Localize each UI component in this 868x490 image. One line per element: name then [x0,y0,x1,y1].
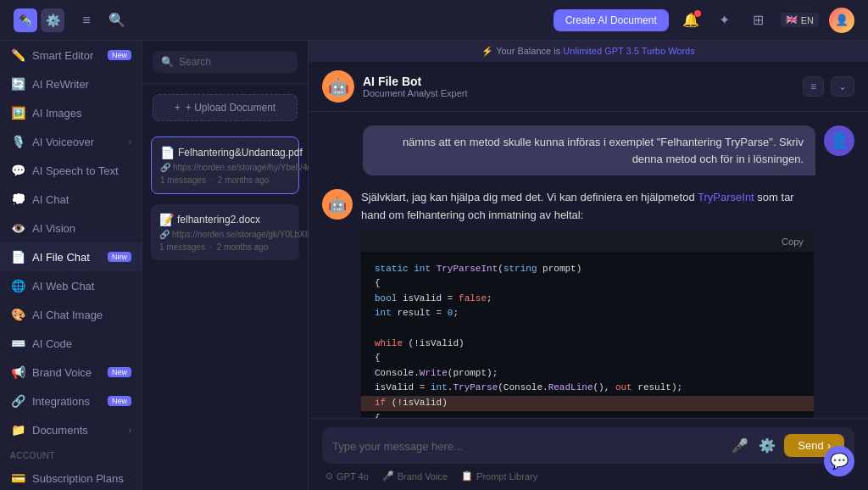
flag-icon: 🇬🇧 [786,14,798,25]
logo-pen-icon: ✒️ [14,8,37,32]
code-header: Copy [361,231,814,252]
input-footer: ⊙ GPT 4o 🎤 Brand Voice 📋 Prompt Library [322,464,854,482]
file-panel: 🔍 + + Upload Document 📄 Felhantering&Und… [142,41,309,490]
expand-icon[interactable]: ⊞ [747,8,771,32]
avatar[interactable]: 👤 [829,8,854,33]
bot-message-content: Självklart, jag kan hjälpa dig med det. … [361,189,814,418]
expand-chat-button[interactable]: ⌄ [831,76,854,97]
bot-avatar: 🤖 [322,70,354,103]
sidebar-item-ai-voiceover[interactable]: 🎙️ AI Voiceover › [0,127,142,156]
sidebar-item-ai-chat[interactable]: 💭 AI Chat [0,185,142,214]
pdf-icon: 📄 [160,146,175,159]
send-label: Send [798,439,823,452]
language-selector[interactable]: 🇬🇧 EN [781,13,819,27]
chat-widget-button[interactable]: 💬 [824,446,854,476]
sidebar-item-ai-code[interactable]: ⌨️ AI Code [0,329,142,358]
method-name-link: TryParseInt [698,191,754,203]
bot-details: AI File Bot Document Analyst Expert [363,75,468,98]
code-block: Copy static int TryParseInt(string promp… [361,231,814,418]
search-icon[interactable]: 🔍 [108,12,125,29]
list-item[interactable]: 📝 felhantering2.docx 🔗 https://norden.se… [151,204,299,260]
account-section: ACCOUNT [0,444,142,464]
sidebar-item-label: AI Code [32,337,131,350]
file-name: 📄 Felhantering&Undantag.pdf [160,146,290,159]
balance-highlight: Unlimited GPT 3.5 Turbo Words [563,46,695,56]
brand-voice-label: Brand Voice [398,471,448,482]
sidebar-item-label: Brand Voice [32,366,101,379]
file-meta: 1 messages · 2 months ago [159,242,291,252]
search-icon: 🔍 [161,56,174,68]
sidebar-item-documents[interactable]: 📁 Documents › [0,415,142,444]
new-badge: New [108,252,131,262]
input-area: 🎤 ⚙️ Send › ⊙ GPT 4o 🎤 Brand Voice [309,418,868,490]
search-box[interactable]: 🔍 [153,51,298,73]
brand-voice-icon: 📢 [10,365,25,380]
sparkle-icon[interactable]: ✦ [713,8,737,32]
sidebar-item-label: Smart Editor [32,49,101,62]
prompt-label: Prompt Library [476,471,537,482]
new-badge: New [108,396,131,406]
brand-voice-footer-icon: 🎤 [382,471,394,482]
sidebar-item-ai-rewriter[interactable]: 🔄 AI ReWriter [0,70,142,98]
chat-input[interactable] [332,440,723,457]
chat-header: 🤖 AI File Bot Document Analyst Expert ≡ … [309,62,868,112]
settings-button[interactable]: ⚙️ [757,436,777,455]
bot-intro-text: Självklart, jag kan hjälpa dig med det. … [361,189,814,225]
create-doc-button[interactable]: Create AI Document [554,9,669,31]
copy-button[interactable]: Copy [782,237,804,247]
new-badge: New [108,367,131,377]
balance-bar: ⚡ Your Balance is Unlimited GPT 3.5 Turb… [309,41,868,62]
header-nav: ≡ 🔍 [78,12,125,29]
file-link: 🔗 https://norden.se/storage/gk/Y0LbXIF..… [159,230,291,239]
sidebar-item-label: AI Voiceover [32,136,122,148]
sidebar-item-brand-voice[interactable]: 📢 Brand Voice New [0,358,142,387]
sidebar-item-ai-web-chat[interactable]: 🌐 AI Web Chat [0,271,142,300]
ai-rewriter-icon: 🔄 [10,76,25,92]
sidebar-item-ai-file-chat[interactable]: 📄 AI File Chat New [0,242,142,271]
prompt-library-selector[interactable]: 📋 Prompt Library [461,471,537,482]
logo: ✒️ ⚙️ [14,8,64,32]
sidebar: ✏️ Smart Editor New 🔄 AI ReWriter 🖼️ AI … [0,41,142,490]
gpt-label: GPT 4o [337,471,369,482]
code-content: static int TryParseInt(string prompt) { … [361,252,814,418]
sidebar-item-smart-editor[interactable]: ✏️ Smart Editor New [0,41,142,70]
notification-bell-icon[interactable]: 🔔 [679,8,703,32]
microphone-button[interactable]: 🎤 [730,436,750,455]
integrations-icon: 🔗 [10,393,25,409]
prompt-icon: 📋 [461,471,473,482]
list-item[interactable]: 📄 Felhantering&Undantag.pdf 🔗 https://no… [151,136,299,194]
sidebar-item-integrations[interactable]: 🔗 Integrations New [0,387,142,415]
ai-voiceover-icon: 🎙️ [10,134,25,149]
smart-editor-icon: ✏️ [10,47,25,63]
ai-images-icon: 🖼️ [10,105,25,120]
user-avatar: 👤 [824,125,854,156]
brand-voice-selector[interactable]: 🎤 Brand Voice [382,471,448,482]
sidebar-item-ai-speech[interactable]: 💬 AI Speech to Text [0,156,142,185]
ai-chat-image-icon: 🎨 [10,307,25,322]
main: ✏️ Smart Editor New 🔄 AI ReWriter 🖼️ AI … [0,41,868,490]
sidebar-item-ai-vision[interactable]: 👁️ AI Vision [0,214,142,242]
bot-name: AI File Bot [363,75,468,88]
chat-area: ⚡ Your Balance is Unlimited GPT 3.5 Turb… [309,41,868,490]
file-meta: 1 messages · 2 months ago [160,175,290,185]
gpt-selector[interactable]: ⊙ GPT 4o [326,471,369,482]
sidebar-item-ai-chat-image[interactable]: 🎨 AI Chat Image [0,300,142,329]
sidebar-item-ai-images[interactable]: 🖼️ AI Images [0,98,142,127]
sidebar-item-label: AI Web Chat [32,280,131,292]
sidebar-item-label: AI Speech to Text [32,164,131,177]
sidebar-item-subscription[interactable]: 💳 Subscription Plans [0,464,142,490]
gpt-icon: ⊙ [326,471,333,482]
ai-web-chat-icon: 🌐 [10,278,25,293]
upload-document-button[interactable]: + + Upload Document [153,94,298,121]
upload-label: + Upload Document [186,102,275,114]
plus-icon: + [175,102,181,114]
bot-role: Document Analyst Expert [363,88,468,98]
documents-icon: 📁 [10,422,25,437]
search-input[interactable] [179,56,306,68]
sidebar-item-label: Integrations [32,395,101,408]
sidebar-item-label: Documents [32,424,122,437]
menu-dots-button[interactable]: ≡ [803,76,824,97]
bot-bubble: Självklart, jag kan hjälpa dig med det. … [361,189,814,418]
menu-icon[interactable]: ≡ [78,12,95,29]
docx-icon: 📝 [159,213,174,226]
